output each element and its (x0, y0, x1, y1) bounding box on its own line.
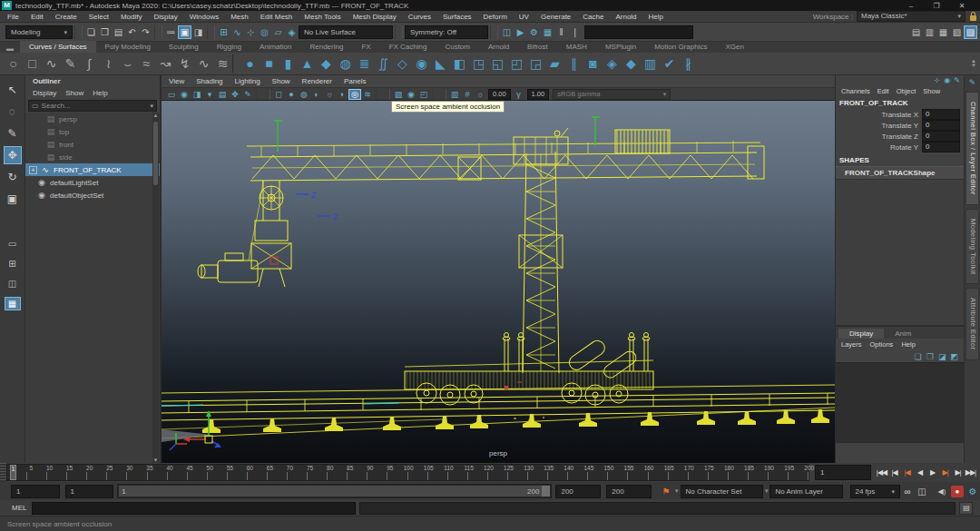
sidebar-vertical-tab[interactable]: Attribute Editor (965, 288, 979, 360)
menu-item[interactable]: Mesh (230, 13, 249, 21)
exposure-field[interactable]: 0.00 (488, 89, 511, 100)
channel-box-menu-item[interactable]: Show (923, 87, 940, 95)
smooth-shade-icon[interactable]: ● (285, 89, 298, 100)
nurbs-circle-icon[interactable]: ○ (4, 54, 23, 74)
minimize-button[interactable]: – (906, 2, 916, 10)
channel-box-menu-item[interactable]: Channels (841, 87, 870, 95)
multisample-icon[interactable]: ▨ (392, 89, 405, 100)
loft-icon[interactable]: ≣ (355, 54, 374, 74)
motion-blur-icon[interactable]: ≋ (361, 89, 374, 100)
bevel-icon[interactable]: ▰ (545, 54, 564, 74)
shelf-tab[interactable]: Rendering (300, 41, 352, 53)
gamma-field[interactable]: 1.00 (527, 89, 550, 100)
attribute-value-field[interactable]: 0 (922, 131, 960, 142)
bookmark-icon[interactable]: ⚑ (659, 487, 673, 497)
layout-persp-outliner[interactable]: ◫ (5, 277, 21, 290)
layer-editor-tab[interactable]: Display (838, 329, 884, 339)
animation-preferences-icon[interactable]: ⚙ (965, 487, 980, 497)
menu-item[interactable]: Modify (121, 13, 142, 21)
shelf-tab[interactable]: MSPlugin (596, 41, 645, 53)
menu-item[interactable]: Select (89, 13, 109, 21)
group-divider[interactable] (395, 25, 403, 39)
fps-dropdown[interactable]: 24 fps ▾ (850, 485, 900, 498)
paint-select-tool[interactable]: ✎ (4, 124, 22, 143)
attribute-value-field[interactable]: 0 (922, 142, 960, 152)
scale-tool[interactable]: ▣ (4, 190, 22, 208)
surface-fillet-icon[interactable]: ◆ (622, 54, 641, 74)
anim-layer-dropdown[interactable]: No Anim Layer (769, 485, 842, 498)
insert-knot-icon[interactable]: ↯ (175, 54, 194, 74)
screen-space-ao-icon[interactable]: ◎ (348, 89, 361, 100)
snap-view-plane-icon[interactable]: ▱ (271, 25, 285, 39)
revolve-icon[interactable]: ◣ (431, 54, 450, 74)
xray-icon[interactable]: ▥ (448, 89, 461, 100)
shelf-tab[interactable]: Animation (250, 41, 301, 53)
play-backwards-button[interactable]: ◀ (914, 468, 926, 477)
symmetry-field[interactable]: Symmetry: Off (405, 25, 488, 39)
viewport-menu-item[interactable]: Lighting (235, 77, 260, 85)
layout-single-pane[interactable]: ▭ (5, 237, 21, 251)
empty-layer-icon[interactable]: ◪ (938, 352, 946, 361)
go-to-end-button[interactable]: ▶▶| (965, 468, 976, 477)
menu-item[interactable]: Mesh Display (353, 13, 397, 21)
playback-start-field[interactable]: 1 (11, 485, 60, 498)
menu-item[interactable]: Windows (190, 13, 219, 21)
sidebar-vertical-tab[interactable]: Channel Box / Layer Editor (965, 92, 979, 205)
step-back-key-button[interactable]: |◀ (901, 468, 913, 477)
layer-list[interactable] (836, 362, 964, 443)
menu-item[interactable]: Generate (541, 13, 571, 21)
menu-item[interactable]: Display (154, 13, 178, 21)
nurbs-torus-icon[interactable]: ◍ (336, 54, 355, 74)
auto-keyframe-toggle[interactable]: ● (951, 486, 964, 497)
render-settings-icon[interactable]: ⚙ (527, 25, 541, 39)
animation-start-field[interactable]: 1 (65, 485, 114, 498)
two-d-pan-zoom-icon[interactable]: ✥ (229, 89, 241, 100)
shelf-scroll-arrows[interactable]: ▲▼ (971, 59, 976, 68)
save-scene-icon[interactable]: ▤ (112, 25, 125, 39)
snap-curve-icon[interactable]: ∿ (230, 25, 244, 39)
image-plane-icon[interactable]: ▤ (216, 89, 229, 100)
attribute-value-field[interactable]: 0 (922, 109, 960, 120)
depth-of-field-icon[interactable]: ◉ (405, 89, 417, 100)
move-tool[interactable]: ✥ (4, 146, 22, 164)
nurbs-cylinder-icon[interactable]: ▮ (279, 54, 298, 74)
render-view-icon[interactable]: ◫ (500, 25, 514, 39)
outliner-item[interactable]: ▤ side (25, 151, 160, 163)
move-layer-down-icon[interactable]: ❐ (926, 352, 934, 361)
outliner-item[interactable]: ◉ defaultObjectSet (25, 189, 160, 202)
select-component-icon[interactable]: ◨ (191, 25, 205, 39)
shadows-icon[interactable]: ◗ (336, 89, 348, 100)
character-set-dropdown[interactable]: No Character Set (681, 485, 763, 498)
step-back-frame-button[interactable]: |◀ (888, 468, 900, 477)
outliner-menu-item[interactable]: Show (65, 89, 83, 97)
mel-label[interactable]: MEL (12, 504, 26, 512)
layout-persp-active[interactable]: ▦ (5, 297, 21, 310)
playback-loop-icon[interactable]: ∞ (900, 487, 915, 497)
textured-icon[interactable]: ◍ (298, 89, 310, 100)
channel-box-toggle[interactable]: ▨ (964, 25, 977, 39)
undo-icon[interactable]: ↶ (125, 25, 139, 39)
stitch-icon[interactable]: ▥ (641, 54, 660, 74)
lighting-icon[interactable]: ☼ (323, 89, 336, 100)
range-end-handle[interactable] (542, 486, 550, 497)
make-live-icon[interactable]: ◈ (285, 25, 299, 39)
nurbs-plane-icon[interactable]: ◆ (317, 54, 336, 74)
outliner-item[interactable]: ◉ defaultLightSet (25, 176, 160, 189)
view-transform-dropdown[interactable]: sRGB gamma ▾ (553, 89, 671, 100)
group-divider[interactable] (154, 25, 162, 39)
channel-manip-icon[interactable]: ✎ (954, 76, 960, 84)
attribute-value-field[interactable]: 0 (922, 120, 960, 131)
layer-menu-item[interactable]: Help (901, 340, 915, 349)
nurbs-square-icon[interactable]: □ (23, 54, 42, 74)
pencil-curve-icon[interactable]: ✎ (61, 54, 80, 74)
shelf-tab[interactable]: FX Caching (380, 41, 436, 53)
outliner-menu-item[interactable]: Help (93, 89, 107, 97)
maximize-button[interactable]: ❐ (931, 2, 942, 10)
sculpt-surface-icon[interactable]: ✔ (660, 54, 679, 74)
outliner-item[interactable]: + ∿ FRONT_OF_TRACK (25, 163, 160, 176)
outliner-item[interactable]: ▤ front (25, 138, 160, 151)
viewport-menu-item[interactable]: Renderer (302, 77, 332, 85)
attribute-editor-toggle[interactable]: ▦ (936, 25, 950, 39)
wireframe-icon[interactable]: ◻ (272, 89, 285, 100)
layer-menu-item[interactable]: Layers (841, 340, 862, 349)
